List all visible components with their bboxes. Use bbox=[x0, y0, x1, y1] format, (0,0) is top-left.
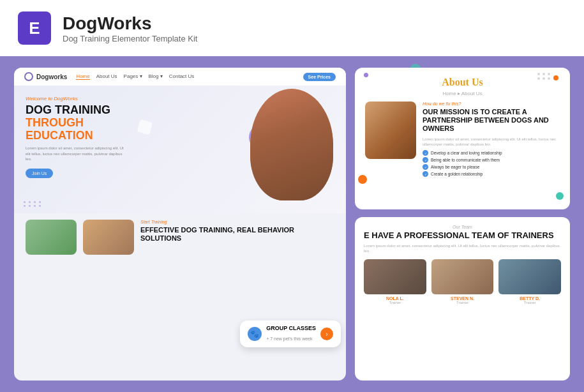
mockup-nav-cta-button[interactable]: See Prices bbox=[303, 73, 336, 81]
check-icon: ✓ bbox=[423, 171, 428, 177]
nav-link-blog[interactable]: Blog ▾ bbox=[149, 73, 163, 80]
about-dot-grid bbox=[537, 73, 551, 80]
nav-link-contact[interactable]: Contact Us bbox=[169, 73, 195, 80]
hero-title-line2: THROUGH bbox=[26, 116, 84, 129]
check-icon: ✓ bbox=[423, 164, 428, 170]
member-photo-2 bbox=[431, 259, 494, 294]
app-subtitle: Dog Training Elementor Template Kit bbox=[63, 34, 197, 43]
dot bbox=[548, 77, 550, 80]
member-photo-1 bbox=[364, 259, 426, 294]
badge-arrow-icon[interactable]: › bbox=[320, 328, 333, 340]
dot bbox=[34, 205, 36, 207]
dot bbox=[34, 201, 36, 203]
badge-dog-icon: 🐾 bbox=[248, 327, 262, 341]
about-list-item-3: ✓ Always be eager to please bbox=[423, 164, 560, 170]
dot bbox=[543, 77, 545, 80]
about-dot-purple bbox=[364, 73, 368, 77]
about-list-item-1: ✓ Develop a clear and loving relationshi… bbox=[423, 150, 560, 156]
about-dot-teal bbox=[556, 192, 564, 200]
member-name-3: BETTY D. bbox=[498, 296, 561, 301]
about-list-item-4: ✓ Create a golden relationship bbox=[423, 171, 560, 177]
about-mission-title: OUR MISSION IS TO CREATE A PARTNERSHIP B… bbox=[423, 108, 560, 133]
about-list-item-2: ✓ Being able to communicate with them bbox=[423, 157, 560, 163]
hero-title-line1: DOG TRAINING bbox=[26, 103, 110, 116]
mockup-logo-text: Dogworks bbox=[36, 73, 67, 80]
about-dot-orange-sm bbox=[358, 175, 367, 184]
mockup-nav-links: Home About Us Pages ▾ Blog ▾ Contact Us bbox=[76, 73, 294, 80]
bottom-text-content: Start Training Effective Dog Training, R… bbox=[140, 220, 334, 255]
app-title: DogWorks bbox=[63, 13, 197, 34]
team-member-1: NOLA L. Trainer bbox=[364, 259, 426, 305]
dot bbox=[537, 73, 540, 75]
group-classes-badge[interactable]: 🐾 GROUP CLASSES + 7 new pet's this week … bbox=[240, 320, 341, 347]
member-role-1: Trainer bbox=[364, 301, 426, 305]
hero-dog-image bbox=[250, 89, 333, 200]
badge-text: GROUP CLASSES + 7 new pet's this week bbox=[266, 325, 316, 343]
badge-subtitle: + 7 new pet's this week bbox=[266, 336, 312, 341]
card-about: About Us Home ▸ About Us How do we fix t… bbox=[355, 68, 570, 209]
nav-link-pages[interactable]: Pages ▾ bbox=[124, 73, 142, 80]
nav-link-about[interactable]: About Us bbox=[96, 73, 117, 80]
team-section-title: E HAVE A PROFESSIONAL TEAM OF TRAINERS bbox=[364, 231, 561, 240]
about-small-label: How do we fix this? bbox=[423, 102, 560, 106]
team-section-label: Our Team bbox=[364, 225, 561, 229]
about-dot-orange bbox=[553, 75, 558, 80]
dot bbox=[24, 205, 26, 207]
main-area: Dogworks Home About Us Pages ▾ Blog ▾ Co… bbox=[0, 56, 584, 392]
card-team: Our Team E HAVE A PROFESSIONAL TEAM OF T… bbox=[355, 217, 570, 381]
hero-title-line3: EDUCATION bbox=[26, 129, 93, 142]
badge-title: GROUP CLASSES bbox=[266, 325, 316, 331]
dot bbox=[39, 205, 41, 207]
about-dog-image bbox=[365, 102, 416, 159]
member-role-2: Trainer bbox=[431, 301, 494, 305]
about-breadcrumb: Home ▸ About Us bbox=[365, 91, 560, 96]
hero-dots-grid bbox=[24, 201, 42, 207]
about-content: How do we fix this? OUR MISSION IS TO CR… bbox=[365, 102, 560, 178]
mockup-bottom: Start Training Effective Dog Training, R… bbox=[14, 213, 346, 261]
dot bbox=[537, 77, 540, 80]
elementor-logo: E bbox=[18, 11, 51, 45]
header: E DogWorks Dog Training Elementor Templa… bbox=[0, 0, 584, 56]
team-member-2: STEVEN N. Trainer bbox=[431, 259, 494, 305]
hero-subtitle: Lorem ipsum dolor sit amet, consectetur … bbox=[26, 146, 128, 162]
bottom-title: Effective Dog Training, Real Behavior So… bbox=[140, 226, 334, 243]
check-icon: ✓ bbox=[423, 157, 428, 163]
dog-silhouette bbox=[250, 89, 333, 200]
mockup-nav: Dogworks Home About Us Pages ▾ Blog ▾ Co… bbox=[14, 68, 346, 86]
about-page-title: About Us bbox=[365, 77, 560, 88]
about-description: Lorem ipsum dolor sit amet, consectetur … bbox=[423, 137, 560, 147]
team-member-3: BETTY D. Trainer bbox=[498, 259, 561, 305]
member-role-3: Trainer bbox=[498, 301, 561, 305]
check-icon: ✓ bbox=[423, 150, 428, 156]
member-photo-3 bbox=[498, 259, 561, 294]
mockup-hero: Welcome to DogWorks DOG TRAINING THROUGH… bbox=[14, 86, 346, 213]
dot bbox=[29, 201, 31, 203]
bottom-image-2 bbox=[83, 220, 134, 255]
hero-join-button[interactable]: Join Us bbox=[26, 169, 53, 178]
dot bbox=[548, 73, 550, 75]
hero-title: DOG TRAINING THROUGH EDUCATION bbox=[26, 104, 140, 142]
preview-left: Dogworks Home About Us Pages ▾ Blog ▾ Co… bbox=[14, 68, 346, 381]
header-text: DogWorks Dog Training Elementor Template… bbox=[63, 13, 197, 43]
dot bbox=[24, 201, 26, 203]
mockup-logo: Dogworks bbox=[24, 72, 67, 81]
dot bbox=[29, 205, 31, 207]
dot bbox=[543, 73, 545, 75]
bottom-label: Start Training bbox=[140, 220, 334, 224]
member-name-1: NOLA L. bbox=[364, 296, 426, 301]
dot bbox=[39, 201, 41, 203]
nav-link-home[interactable]: Home bbox=[76, 73, 89, 80]
bottom-image-1 bbox=[26, 220, 77, 255]
team-description: Lorem ipsum dolor sit amet, consectetur … bbox=[364, 243, 561, 254]
preview-right: About Us Home ▸ About Us How do we fix t… bbox=[355, 68, 570, 381]
mockup-logo-icon bbox=[24, 72, 33, 81]
about-text-column: How do we fix this? OUR MISSION IS TO CR… bbox=[423, 102, 560, 178]
team-members-list: NOLA L. Trainer STEVEN N. Trainer BETTY … bbox=[364, 259, 561, 305]
member-name-2: STEVEN N. bbox=[431, 296, 494, 301]
